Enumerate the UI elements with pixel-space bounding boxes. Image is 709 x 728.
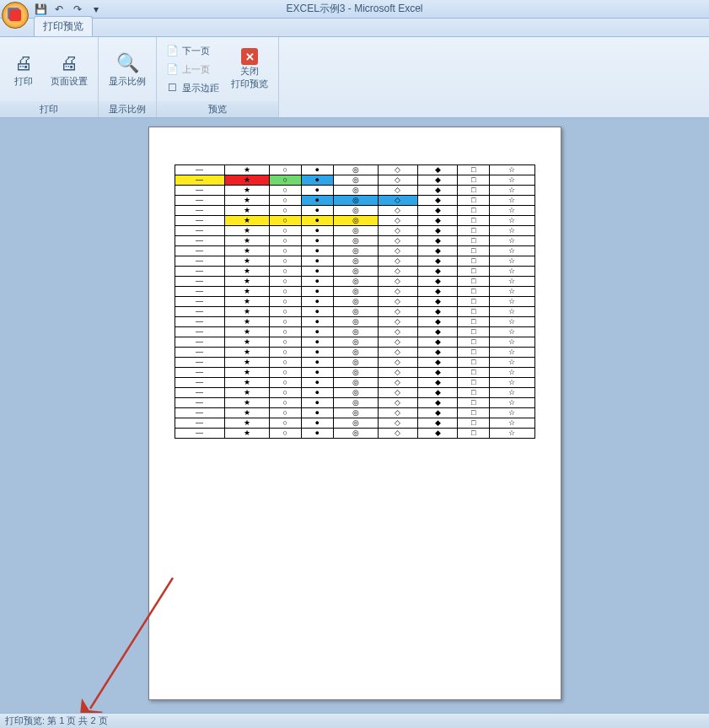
table-cell: ◆ [418,216,458,226]
table-cell: ☆ [490,277,534,287]
table-cell: □ [458,246,490,256]
table-cell: ○ [269,327,301,337]
table-cell: ★ [224,186,269,196]
table-cell: ◆ [418,297,458,307]
table-cell: ◇ [378,368,417,378]
table-cell: ★ [224,216,269,226]
data-table: —★○●◎◇◆□☆—★○●◎◇◆□☆—★○●◎◇◆□☆—★○●◎◇◆□☆—★○●… [175,164,535,439]
table-cell: ☆ [490,267,534,277]
table-cell: ○ [269,246,301,256]
group-preview-label: 预览 [157,101,278,117]
table-cell: ● [301,216,333,226]
table-cell: ○ [269,165,301,175]
table-cell: ☆ [490,429,534,439]
table-cell: ○ [269,297,301,307]
table-cell: — [175,206,224,216]
table-cell: ◆ [418,256,458,267]
table-cell: — [175,297,224,307]
preview-page[interactable]: —★○●◎◇◆□☆—★○●◎◇◆□☆—★○●◎◇◆□☆—★○●◎◇◆□☆—★○●… [148,127,561,700]
table-cell: ◇ [378,429,417,439]
table-cell: ★ [224,267,269,277]
table-cell: ★ [224,429,269,439]
table-cell: — [175,307,224,317]
table-cell: ★ [224,388,269,398]
table-cell: □ [458,307,490,317]
table-cell: ● [301,246,333,256]
table-cell: □ [458,165,490,175]
table-cell: □ [458,175,490,186]
table-cell: □ [458,429,490,439]
table-cell: ◎ [333,408,378,418]
page-setup-button[interactable]: 🖨 页面设置 [46,41,93,97]
table-cell: ☆ [490,175,534,186]
table-cell: ◇ [378,398,417,408]
table-cell: □ [458,418,490,429]
table-cell: ● [301,256,333,267]
table-cell: — [175,388,224,398]
table-cell: ○ [269,429,301,439]
group-print: 🖨 打印 🖨 页面设置 打印 [0,37,99,117]
table-cell: ◎ [333,337,378,348]
table-cell: ☆ [490,358,534,368]
table-cell: ◎ [333,368,378,378]
table-cell: ☆ [490,418,534,429]
table-cell: ☆ [490,317,534,327]
table-cell: ◇ [378,267,417,277]
tab-print-preview[interactable]: 打印预览 [34,16,93,36]
group-zoom-label: 显示比例 [99,101,156,117]
table-cell: ★ [224,165,269,175]
next-page-button[interactable]: 📄 下一页 [162,42,223,59]
table-cell: ☆ [490,307,534,317]
table-cell: ◆ [418,358,458,368]
table-cell: ◇ [378,216,417,226]
table-cell: ☆ [490,226,534,236]
table-cell: ★ [224,277,269,287]
table-cell: ● [301,277,333,287]
window-title: EXCEL示例3 - Microsoft Excel [286,2,422,16]
table-cell: ☆ [490,216,534,226]
table-cell: ◇ [378,408,417,418]
table-cell: □ [458,327,490,337]
table-cell: ◇ [378,256,417,267]
show-margins-checkbox[interactable]: ☐ 显示边距 [162,79,223,96]
table-cell: ◆ [418,246,458,256]
table-cell: ★ [224,398,269,408]
table-cell: ◇ [378,317,417,327]
table-cell: ◇ [378,378,417,388]
table-cell: ☆ [490,368,534,378]
table-cell: □ [458,368,490,378]
table-cell: — [175,287,224,297]
group-print-label: 打印 [0,101,98,117]
table-cell: ◎ [333,378,378,388]
table-cell: ☆ [490,287,534,297]
table-cell: ☆ [490,378,534,388]
group-preview: 📄 下一页 📄 上一页 ☐ 显示边距 ✕ 关闭 打印预览 预览 [157,37,279,117]
table-cell: ★ [224,368,269,378]
office-button[interactable] [2,2,29,29]
table-cell: □ [458,297,490,307]
table-cell: ● [301,408,333,418]
table-cell: ◎ [333,226,378,236]
print-label: 打印 [14,75,33,88]
group-zoom: 🔍 显示比例 显示比例 [99,37,157,117]
table-cell: ◎ [333,267,378,277]
table-cell: — [175,317,224,327]
redo-icon[interactable]: ↷ [71,3,84,16]
table-cell: ● [301,388,333,398]
table-cell: ◎ [333,277,378,287]
table-cell: □ [458,337,490,348]
table-cell: — [175,246,224,256]
zoom-button[interactable]: 🔍 显示比例 [104,41,151,97]
undo-icon[interactable]: ↶ [52,3,66,16]
table-cell: ★ [224,337,269,348]
table-cell: ◆ [418,165,458,175]
table-cell: ☆ [490,398,534,408]
table-cell: ☆ [490,186,534,196]
table-cell: □ [458,378,490,388]
close-preview-button[interactable]: ✕ 关闭 打印预览 [226,41,273,97]
save-icon[interactable]: 💾 [34,3,47,16]
qat-dropdown-icon[interactable]: ▾ [89,3,103,16]
close-label-2: 打印预览 [231,78,268,90]
table-cell: □ [458,388,490,398]
print-button[interactable]: 🖨 打印 [5,41,42,97]
